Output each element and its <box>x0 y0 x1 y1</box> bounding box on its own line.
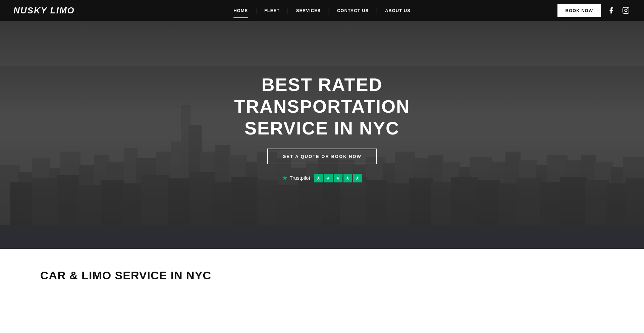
svg-rect-0 <box>623 7 629 13</box>
below-hero-section: CAR & LIMO SERVICE IN NYC <box>0 249 644 289</box>
hero-title-line1: BEST RATED TRANSPORTATION <box>234 74 410 116</box>
logo[interactable]: NuSKY LIMO <box>13 5 75 16</box>
section-title: CAR & LIMO SERVICE IN NYC <box>40 269 604 282</box>
hero-title-line2: SERVICE IN NYC <box>245 118 399 138</box>
trustpilot-stars: ★ ★ ★ ★ ★ <box>314 174 362 182</box>
trustpilot-label: ★ Trustpilot <box>282 174 310 182</box>
nav-home[interactable]: HOME <box>226 0 255 21</box>
star-2: ★ <box>324 174 333 182</box>
svg-point-2 <box>627 8 628 9</box>
logo-sky: SKY LIMO <box>28 5 75 15</box>
nav-center: HOME | FLEET | SERVICES | CONTACT US | A… <box>226 0 418 21</box>
star-1: ★ <box>314 174 323 182</box>
nav-fleet[interactable]: FLEET <box>257 0 287 21</box>
star-4: ★ <box>343 174 352 182</box>
book-now-button[interactable]: BOOK NOW <box>557 4 601 17</box>
hero-content: BEST RATED TRANSPORTATION SERVICE IN NYC… <box>188 74 456 182</box>
trustpilot-row: ★ Trustpilot ★ ★ ★ ★ ★ <box>282 174 362 182</box>
hero-title: BEST RATED TRANSPORTATION SERVICE IN NYC <box>188 74 456 139</box>
navbar: NuSKY LIMO HOME | FLEET | SERVICES | CON… <box>0 0 644 21</box>
logo-nu: Nu <box>13 5 28 15</box>
nav-right: BOOK NOW <box>557 4 631 17</box>
svg-point-1 <box>625 9 627 11</box>
trustpilot-star-icon: ★ <box>282 174 287 182</box>
hero-section: BEST RATED TRANSPORTATION SERVICE IN NYC… <box>0 21 644 249</box>
star-3: ★ <box>334 174 342 182</box>
nav-about[interactable]: ABOUT US <box>378 0 418 21</box>
logo-text: NuSKY LIMO <box>13 5 75 16</box>
nav-services[interactable]: SERVICES <box>289 0 328 21</box>
instagram-icon[interactable] <box>621 6 631 15</box>
nav-contact[interactable]: CONTACT US <box>330 0 376 21</box>
facebook-icon[interactable] <box>606 6 616 15</box>
star-5: ★ <box>353 174 362 182</box>
hero-cta-button[interactable]: GET A QUOTE OR BOOK NOW <box>267 149 377 164</box>
